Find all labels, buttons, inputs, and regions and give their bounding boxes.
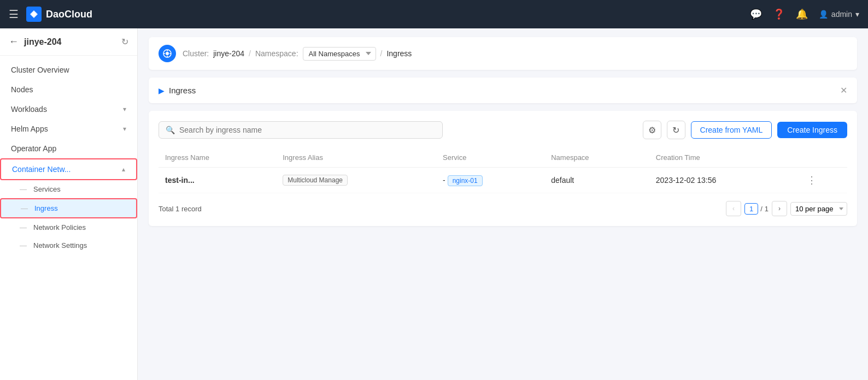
ingress-name-cell: test-in... [159,168,276,193]
sidebar-item-workloads[interactable]: Workloads ▾ [0,99,137,119]
sidebar-sub-item-label: Network Settings [33,241,87,250]
chevron-down-icon: ▾ [123,105,126,113]
svg-point-3 [166,52,169,55]
expand-icon[interactable]: ▶ [159,86,165,95]
alias-badge: Multicloud Manage [283,175,348,186]
sidebar-item-operator-app[interactable]: Operator App [0,139,137,158]
info-bar: ▶ Ingress ✕ [149,78,857,103]
main-content: Cluster: jinye-204 / Namespace: All Name… [138,28,868,380]
cluster-value: jinye-204 [213,49,244,58]
chat-icon[interactable]: 💬 [750,8,762,20]
prev-page-button[interactable]: ‹ [726,201,741,216]
layout: ← jinye-204 ↻ Cluster Overview Nodes Wor… [0,28,868,380]
sidebar-sub-item-network-settings[interactable]: — Network Settings [0,236,137,254]
svg-point-1 [32,12,36,16]
back-button[interactable]: ← [9,36,19,48]
sidebar-sub-item-label: Ingress [34,204,58,212]
table-header: Ingress Name Ingress Alias Service Names… [159,148,847,168]
total-pages: 1 [765,205,769,213]
sidebar-sub-item-network-policies[interactable]: — Network Policies [0,218,137,236]
logo: DaoCloud [26,7,92,22]
per-page-select[interactable]: 10 per page [790,202,847,216]
col-ingress-name: Ingress Name [159,148,276,168]
total-records: Total 1 record [159,205,202,213]
dash-icon: — [20,241,27,250]
sidebar-item-label: Helm Apps [11,124,123,133]
breadcrumb: Cluster: jinye-204 / Namespace: All Name… [149,37,857,70]
row-actions-cell: ⋮ [800,168,847,193]
refresh-icon-button[interactable]: ↻ [667,121,685,139]
refresh-icon[interactable]: ↻ [121,37,128,47]
sidebar-sub-item-services[interactable]: — Services [0,180,137,198]
settings-icon-button[interactable]: ⚙ [643,121,661,139]
dash-icon: — [20,223,27,231]
user-dropdown-icon: ▾ [855,10,859,19]
create-ingress-button[interactable]: Create Ingress [777,122,847,138]
namespace-select[interactable]: All Namespaces [303,47,376,61]
namespace-cell: default [544,168,649,193]
dash-icon: — [21,204,28,212]
service-badge[interactable]: nginx-01 [448,175,483,186]
content-panel: 🔍 ⚙ ↻ Create from YAML Create Ingress In… [149,111,857,226]
sidebar-item-label: Operator App [11,144,126,153]
breadcrumb-separator-1: / [249,49,251,58]
ingress-table: Ingress Name Ingress Alias Service Names… [159,148,847,193]
page-controls: ‹ 1 / 1 › 10 per page [726,201,847,216]
namespace-label: Namespace: [255,49,298,58]
toolbar: 🔍 ⚙ ↻ Create from YAML Create Ingress [159,121,847,139]
sidebar-item-cluster-overview[interactable]: Cluster Overview [0,60,137,80]
help-icon[interactable]: ❓ [773,8,785,20]
service-dash: - [443,176,445,185]
page-separator: / [760,205,763,213]
next-page-button[interactable]: › [772,201,787,216]
logo-icon [26,7,42,22]
col-actions [800,148,847,168]
current-page[interactable]: 1 [744,203,758,215]
logo-text: DaoCloud [46,9,92,20]
creation-time-cell: 2023-12-02 13:56 [649,168,800,193]
sidebar-item-label: Container Netw... [12,165,122,174]
page-info: 1 / 1 [744,203,769,215]
user-menu[interactable]: 👤 admin ▾ [819,10,859,19]
col-service: Service [436,148,544,168]
breadcrumb-separator-2: / [380,49,383,58]
sidebar-item-label: Nodes [11,85,126,94]
sidebar-header: ← jinye-204 ↻ [0,28,137,56]
sidebar-sub-item-ingress[interactable]: — Ingress [0,198,137,218]
sidebar-item-nodes[interactable]: Nodes [0,80,137,99]
search-input[interactable] [179,126,436,134]
close-icon[interactable]: ✕ [840,85,847,96]
cluster-label: Cluster: [183,49,209,58]
sidebar-item-container-netw[interactable]: Container Netw... ▴ [0,158,137,180]
sidebar-item-label: Workloads [11,105,123,114]
menu-icon[interactable]: ☰ [9,8,19,21]
search-icon: 🔍 [166,126,175,134]
cluster-icon [159,45,176,62]
chevron-up-icon: ▴ [122,165,125,173]
sidebar-sub-item-label: Services [33,185,61,193]
user-name: admin [831,10,852,19]
breadcrumb-page: Ingress [386,49,412,58]
table-row: test-in... Multicloud Manage - nginx-01 … [159,168,847,193]
top-navigation: ☰ DaoCloud 💬 ❓ 🔔 👤 admin ▾ [0,0,868,28]
sidebar-item-label: Cluster Overview [11,66,126,74]
top-nav-right: 💬 ❓ 🔔 👤 admin ▾ [750,8,859,20]
sidebar-scroll: Cluster Overview Nodes Workloads ▾ Helm … [0,56,137,380]
user-avatar-icon: 👤 [819,10,828,19]
create-yaml-button[interactable]: Create from YAML [691,121,772,139]
bell-icon[interactable]: 🔔 [796,8,808,20]
ingress-alias-cell: Multicloud Manage [276,168,436,193]
sidebar-item-helm-apps[interactable]: Helm Apps ▾ [0,119,137,139]
sidebar: ← jinye-204 ↻ Cluster Overview Nodes Wor… [0,28,138,380]
more-actions-button[interactable]: ⋮ [807,175,817,186]
pagination: Total 1 record ‹ 1 / 1 › 10 per page [159,201,847,216]
search-box: 🔍 [159,121,443,139]
col-creation-time: Creation Time [649,148,800,168]
sidebar-sub-item-label: Network Policies [33,223,86,231]
sidebar-cluster-name: jinye-204 [24,37,116,47]
service-cell: - nginx-01 [436,168,544,193]
chevron-down-icon: ▾ [123,125,126,133]
col-namespace: Namespace [544,148,649,168]
dash-icon: — [20,185,27,193]
info-bar-title: Ingress [169,86,840,95]
